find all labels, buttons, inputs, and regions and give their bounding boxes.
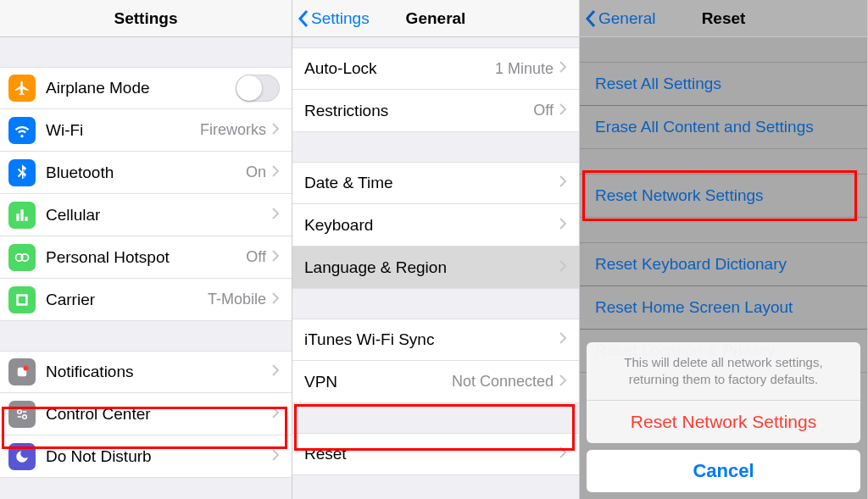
row-itunes-sync[interactable]: iTunes Wi-Fi Sync — [292, 319, 579, 361]
row-reset-keyboard[interactable]: Reset Keyboard Dictionary — [580, 242, 867, 286]
sheet-group: This will delete all network settings, r… — [587, 342, 860, 444]
row-airplane-mode[interactable]: Airplane Mode — [0, 67, 292, 109]
airplane-switch[interactable] — [236, 75, 280, 102]
row-label: Reset Home Screen Layout — [595, 298, 793, 317]
chevron-right-icon — [271, 206, 280, 225]
page-title: Settings — [114, 9, 178, 28]
row-label: Personal Hotspot — [46, 248, 246, 267]
row-label: Cellular — [46, 206, 271, 225]
row-label: iTunes Wi-Fi Sync — [304, 330, 559, 349]
chevron-right-icon — [559, 174, 567, 192]
chevron-right-icon — [271, 405, 280, 424]
row-label: Bluetooth — [46, 164, 246, 182]
back-button[interactable]: General — [585, 9, 656, 28]
row-label: VPN — [304, 373, 452, 391]
row-bluetooth[interactable]: Bluetooth On — [0, 152, 292, 194]
row-hotspot[interactable]: Personal Hotspot Off — [0, 236, 292, 279]
row-label: Date & Time — [304, 174, 559, 192]
row-value: On — [246, 164, 266, 181]
chevron-right-icon — [559, 216, 567, 235]
airplane-icon — [8, 75, 36, 102]
row-value: Off — [533, 102, 554, 119]
row-label: Reset Keyboard Dictionary — [595, 255, 787, 274]
chevron-right-icon — [559, 330, 567, 349]
row-label: Keyboard — [304, 216, 559, 235]
row-label: Restrictions — [304, 102, 533, 120]
row-label: Notifications — [46, 363, 271, 381]
chevron-right-icon — [271, 447, 280, 466]
row-datetime[interactable]: Date & Time — [292, 162, 579, 204]
svg-point-5 — [23, 414, 27, 419]
page-title: General — [406, 9, 466, 28]
row-erase-all[interactable]: Erase All Content and Settings — [580, 105, 867, 149]
row-label: Do Not Disturb — [46, 447, 271, 466]
chevron-right-icon — [271, 291, 280, 309]
page-title: Reset — [702, 9, 746, 28]
back-button[interactable]: Settings — [298, 9, 370, 28]
row-autolock[interactable]: Auto-Lock 1 Minute — [292, 47, 579, 90]
row-label: Wi-Fi — [46, 121, 200, 140]
chevron-right-icon — [559, 59, 567, 78]
row-label: Erase All Content and Settings — [595, 118, 814, 136]
navbar-general: Settings General — [292, 0, 579, 37]
row-carrier[interactable]: Carrier T-Mobile — [0, 279, 292, 321]
row-label: Control Center — [46, 405, 271, 424]
general-panel: Settings General Auto-Lock 1 Minute Rest… — [292, 0, 580, 499]
svg-point-4 — [18, 409, 22, 413]
notifications-icon — [8, 358, 36, 385]
sheet-reset-network-button[interactable]: Reset Network Settings — [587, 401, 860, 443]
row-restrictions[interactable]: Restrictions Off — [292, 90, 579, 132]
row-label: Auto-Lock — [304, 59, 495, 78]
row-label: Reset All Settings — [595, 75, 721, 93]
back-label: Settings — [311, 9, 370, 28]
svg-point-3 — [24, 366, 29, 371]
row-value: Not Connected — [452, 373, 554, 391]
cellular-icon — [8, 202, 36, 229]
wifi-icon — [8, 117, 36, 144]
row-value: T-Mobile — [208, 291, 266, 308]
navbar-settings: Settings — [0, 0, 292, 37]
row-reset-network[interactable]: Reset Network Settings — [580, 174, 867, 218]
carrier-icon — [8, 286, 36, 313]
row-control-center[interactable]: Control Center — [0, 393, 292, 435]
reset-panel: General Reset Reset All Settings Erase A… — [580, 0, 868, 499]
action-sheet: This will delete all network settings, r… — [587, 342, 860, 493]
row-reset-home[interactable]: Reset Home Screen Layout — [580, 286, 867, 330]
chevron-right-icon — [271, 121, 280, 140]
chevron-right-icon — [559, 258, 567, 277]
row-label: Carrier — [46, 291, 208, 309]
control-center-icon — [8, 401, 36, 428]
chevron-right-icon — [559, 445, 567, 463]
row-label: Language & Region — [304, 258, 559, 277]
navbar-reset: General Reset — [580, 0, 867, 37]
row-label: Reset — [304, 445, 559, 463]
chevron-right-icon — [271, 164, 280, 182]
settings-root-panel: Settings Airplane Mode Wi-Fi Fireworks B… — [0, 0, 292, 499]
row-label: Reset Network Settings — [595, 186, 764, 205]
chevron-right-icon — [271, 363, 280, 381]
hotspot-icon — [8, 244, 36, 271]
row-vpn[interactable]: VPN Not Connected — [292, 361, 579, 403]
row-language[interactable]: Language & Region — [292, 247, 579, 289]
row-cellular[interactable]: Cellular — [0, 194, 292, 236]
chevron-right-icon — [559, 102, 567, 120]
sheet-cancel-button[interactable]: Cancel — [587, 450, 860, 492]
moon-icon — [8, 443, 36, 470]
row-label: Airplane Mode — [46, 79, 236, 97]
row-dnd[interactable]: Do Not Disturb — [0, 435, 292, 478]
bluetooth-icon — [8, 159, 36, 186]
sheet-message: This will delete all network settings, r… — [587, 342, 860, 402]
row-wifi[interactable]: Wi-Fi Fireworks — [0, 109, 292, 152]
row-notifications[interactable]: Notifications — [0, 351, 292, 393]
row-value: Fireworks — [200, 121, 266, 139]
chevron-right-icon — [271, 248, 280, 267]
row-reset-all[interactable]: Reset All Settings — [580, 62, 867, 106]
row-keyboard[interactable]: Keyboard — [292, 204, 579, 247]
row-value: 1 Minute — [495, 60, 554, 78]
chevron-right-icon — [559, 373, 567, 391]
row-reset[interactable]: Reset — [292, 433, 579, 475]
row-value: Off — [246, 248, 266, 266]
back-label: General — [598, 9, 656, 28]
